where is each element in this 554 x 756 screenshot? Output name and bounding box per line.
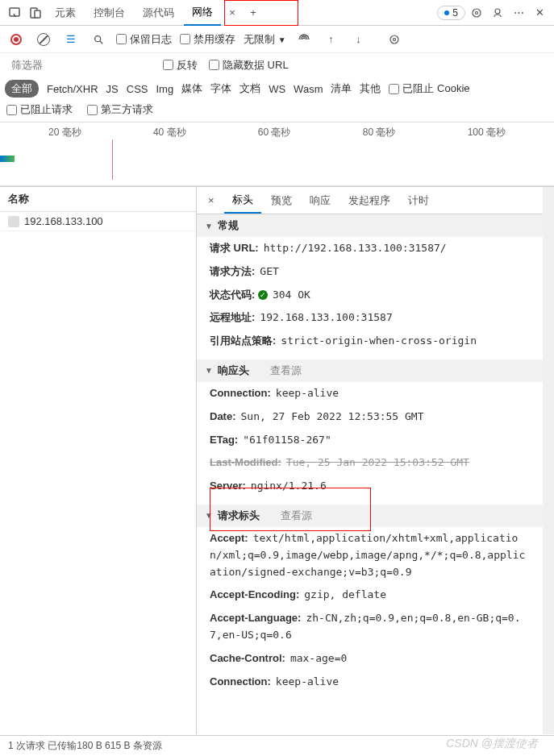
detail-tab-response[interactable]: 响应 (302, 189, 339, 213)
detail-tab-headers[interactable]: 标头 (224, 188, 261, 214)
request-headers-section[interactable]: ▼请求标头查看源 (197, 505, 543, 527)
hide-data-urls-label: 隐藏数据 URL (223, 58, 289, 73)
issues-badge[interactable]: 5 (437, 6, 465, 20)
filter-font[interactable]: 字体 (210, 81, 231, 96)
feedback-icon[interactable] (488, 3, 507, 23)
resp-date-value: Sun, 27 Feb 2022 12:53:55 GMT (241, 410, 424, 422)
clear-icon[interactable] (34, 30, 53, 49)
filter-media[interactable]: 媒体 (181, 81, 202, 96)
filter-doc[interactable]: 文档 (240, 81, 260, 96)
resp-last-modified-value: Tue, 25 Jan 2022 15:03:52 GMT (286, 456, 469, 468)
disable-cache-label: 禁用缓存 (194, 32, 235, 47)
request-method-key: 请求方法: (210, 265, 255, 277)
req-accept-value: text/html,application/xhtml+xml,applicat… (210, 532, 525, 578)
filter-manifest[interactable]: 清单 (331, 81, 352, 96)
chevron-down-icon: ▼ (205, 511, 213, 520)
response-headers-section[interactable]: ▼响应头查看源 (197, 359, 543, 382)
invert-checkbox[interactable]: 反转 (163, 58, 198, 73)
blocked-cookies-checkbox[interactable]: 已阻止 Cookie (389, 81, 469, 96)
resp-last-modified-key: Last-Modified: (210, 456, 281, 468)
resp-connection-value: keep-alive (276, 387, 339, 399)
resp-server-key: Server: (210, 480, 246, 492)
tab-console[interactable]: 控制台 (85, 1, 133, 25)
tab-elements[interactable]: 元素 (47, 1, 84, 25)
network-settings-icon[interactable] (385, 30, 404, 49)
request-url-value: http://192.168.133.100:31587/ (264, 242, 447, 254)
import-har-icon[interactable]: ↑ (322, 30, 341, 49)
record-icon[interactable] (6, 30, 26, 49)
timeline-bar (0, 156, 15, 162)
blocked-requests-checkbox[interactable]: 已阻止请求 (6, 102, 73, 117)
svg-point-5 (495, 9, 500, 14)
filter-fetch-xhr[interactable]: Fetch/XHR (47, 83, 98, 95)
hide-data-urls-checkbox[interactable]: 隐藏数据 URL (209, 58, 289, 73)
status-code-value: 304 OK (273, 289, 310, 301)
filter-ws[interactable]: WS (269, 83, 285, 95)
detail-tab-initiator[interactable]: 发起程序 (340, 189, 398, 213)
remote-address-key: 远程地址: (210, 311, 255, 323)
resp-etag-key: ETag: (210, 434, 238, 446)
filter-css[interactable]: CSS (127, 83, 148, 95)
svg-point-8 (393, 38, 395, 40)
export-har-icon[interactable]: ↓ (349, 30, 369, 49)
third-party-checkbox[interactable]: 第三方请求 (87, 102, 153, 117)
preserve-log-checkbox[interactable]: 保留日志 (116, 32, 172, 47)
chevron-down-icon: ▼ (205, 366, 213, 375)
view-source-link[interactable]: 查看源 (281, 509, 312, 523)
waterfall-overview[interactable]: 20 毫秒 40 毫秒 60 毫秒 80 毫秒 100 毫秒 (0, 122, 554, 186)
close-details-icon[interactable]: × (200, 189, 223, 211)
filter-other[interactable]: 其他 (360, 81, 381, 96)
add-tab-icon[interactable]: + (244, 3, 263, 23)
status-code-key: 状态代码: (210, 289, 255, 301)
settings-gear-icon[interactable] (467, 3, 486, 23)
remote-address-value: 192.168.133.100:31587 (260, 311, 392, 323)
request-row[interactable]: 192.168.133.100 (0, 212, 196, 231)
detail-tab-preview[interactable]: 预览 (263, 189, 300, 213)
filter-js[interactable]: JS (106, 83, 119, 95)
tick-60: 60 毫秒 (258, 126, 291, 139)
req-connection-key: Connection: (210, 675, 271, 687)
issues-count: 5 (452, 7, 458, 19)
more-icon[interactable]: ⋯ (509, 3, 528, 23)
req-cache-control-key: Cache-Control: (210, 652, 285, 664)
filter-wasm[interactable]: Wasm (294, 83, 323, 95)
filter-img[interactable]: Img (156, 83, 173, 95)
search-icon[interactable] (89, 30, 108, 49)
filter-input[interactable] (6, 56, 152, 73)
chevron-down-icon: ▼ (205, 222, 213, 231)
column-name-header[interactable]: 名称 (0, 187, 196, 212)
req-cache-control-value: max-age=0 (290, 652, 347, 664)
disable-cache-checkbox[interactable]: 禁用缓存 (180, 32, 235, 47)
tick-80: 80 毫秒 (363, 126, 396, 139)
svg-point-6 (95, 35, 101, 41)
resp-date-key: Date: (210, 410, 236, 422)
request-method-value: GET (260, 265, 278, 277)
view-source-link[interactable]: 查看源 (270, 363, 302, 378)
inspect-icon[interactable] (5, 3, 24, 23)
referrer-policy-value: strict-origin-when-cross-origin (281, 334, 477, 347)
close-devtools-icon[interactable]: ✕ (530, 3, 549, 23)
req-accept-encoding-key: Accept-Encoding: (210, 588, 299, 600)
req-accept-encoding-value: gzip, deflate (304, 588, 386, 600)
filter-all[interactable]: 全部 (5, 80, 39, 98)
throttling-select[interactable]: 无限制 ▼ (244, 32, 286, 47)
invert-label: 反转 (177, 58, 198, 73)
svg-rect-2 (35, 10, 40, 18)
network-conditions-icon[interactable] (294, 30, 314, 49)
resp-etag-value: "61f01158-267" (243, 434, 331, 446)
general-section[interactable]: ▼常规 (197, 214, 543, 237)
timeline-marker (112, 139, 113, 180)
req-accept-language-key: Accept-Language: (210, 612, 301, 624)
close-tab-icon[interactable]: × (223, 3, 242, 23)
request-name: 192.168.133.100 (24, 215, 103, 227)
detail-tab-timing[interactable]: 计时 (400, 189, 437, 213)
request-url-key: 请求 URL: (210, 242, 259, 254)
tab-network[interactable]: 网络 (184, 0, 221, 26)
tab-sources[interactable]: 源代码 (135, 1, 182, 25)
device-icon[interactable] (26, 3, 45, 23)
filter-toggle-icon[interactable]: ☰ (61, 30, 81, 49)
resp-connection-key: Connection: (210, 387, 271, 399)
svg-point-4 (476, 11, 478, 14)
scrollbar[interactable] (543, 187, 554, 734)
referrer-policy-key: 引用站点策略: (210, 334, 276, 347)
